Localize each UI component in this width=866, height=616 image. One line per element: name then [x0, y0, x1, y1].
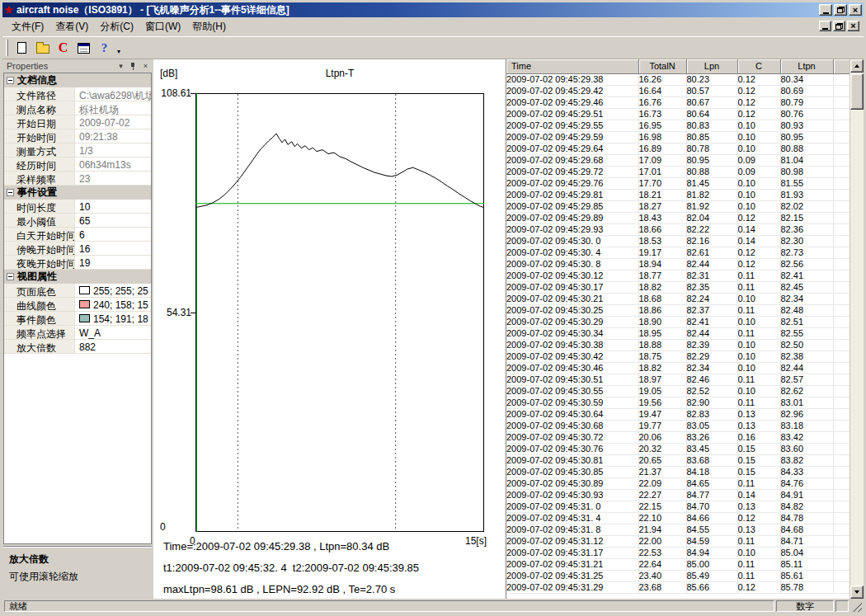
property-section-header[interactable]: 文档信息	[4, 73, 151, 87]
col-header-totaln[interactable]: TotalN	[638, 59, 686, 73]
titlebar[interactable]: aircraft noise（ISO3891） - [飞机噪声分析1--事件5详…	[2, 2, 864, 17]
table-row[interactable]: 2009-07-02 09:45:29.5116.7380.640.1280.7…	[506, 108, 850, 120]
menu-help[interactable]: 帮助(H)	[186, 17, 232, 36]
table-row[interactable]: 2009-07-02 09:45:31.1722.5384.940.1085.0…	[506, 547, 850, 558]
table-row[interactable]: 2009-07-02 09:45:30.4618.8282.340.1082.4…	[506, 362, 850, 374]
table-row[interactable]: 2009-07-02 09:45:30.5118.9782.460.1182.5…	[506, 374, 850, 385]
table-row[interactable]: 2009-07-02 09:45:30.3818.8882.390.1082.5…	[506, 339, 850, 350]
property-value[interactable]: C:\awa6298\机场	[75, 87, 151, 101]
scroll-up-button[interactable]	[850, 59, 864, 73]
property-value[interactable]: 6	[75, 228, 151, 241]
property-value[interactable]: 1/3	[75, 143, 151, 157]
table-row[interactable]: 2009-07-02 09:45:30.1218.7782.310.1182.4…	[506, 270, 850, 281]
table-row[interactable]: 2009-07-02 09:45:29.6817.0980.950.0981.0…	[506, 154, 850, 166]
property-value[interactable]: 65	[75, 214, 151, 227]
vertical-scrollbar[interactable]	[850, 59, 864, 599]
property-value[interactable]: 16	[75, 242, 151, 255]
table-row[interactable]: 2009-07-02 09:45:31.2523.4085.490.1185.6…	[506, 570, 850, 581]
table-row[interactable]: 2009-07-02 09:45:30. 419.1782.610.1282.7…	[506, 247, 850, 258]
table-row[interactable]: 2009-07-02 09:45:31.2923.6885.660.1285.7…	[506, 581, 850, 593]
table-row[interactable]: 2009-07-02 09:45:29.8918.4382.040.1282.1…	[506, 212, 850, 223]
property-value[interactable]: 882	[75, 340, 151, 353]
collapse-minus-icon[interactable]	[7, 189, 14, 196]
table-row[interactable]: 2009-07-02 09:45:30.1718.8282.350.1182.4…	[506, 281, 850, 293]
panel-pin-icon[interactable]	[128, 61, 139, 71]
table-row[interactable]: 2009-07-02 09:45:29.5516.9580.830.1080.9…	[506, 120, 850, 131]
table-row[interactable]: 2009-07-02 09:45:31. 422.1084.660.1284.7…	[506, 512, 850, 524]
menu-analysis[interactable]: 分析(C)	[94, 17, 139, 36]
property-section-header[interactable]: 事件设置	[4, 186, 151, 200]
table-row[interactable]: 2009-07-02 09:45:30.9322.2784.770.1484.9…	[506, 489, 850, 501]
property-value[interactable]: 10	[75, 200, 151, 213]
open-file-button[interactable]	[32, 38, 53, 58]
property-value[interactable]: 09:21:38	[75, 129, 151, 143]
property-value[interactable]: 栎社机场	[75, 101, 151, 115]
property-value[interactable]: 255; 255; 25	[75, 284, 151, 297]
collapse-minus-icon[interactable]	[7, 273, 14, 280]
table-row[interactable]: 2009-07-02 09:45:31.2122.6485.000.1185.1…	[506, 558, 850, 570]
table-row[interactable]: 2009-07-02 09:45:30.8521.3784.180.1584.3…	[506, 466, 850, 477]
table-row[interactable]: 2009-07-02 09:45:30.2918.9082.410.1082.5…	[506, 316, 850, 327]
properties-button[interactable]	[73, 38, 94, 58]
table-row[interactable]: 2009-07-02 09:45:30.5519.0582.520.1082.6…	[506, 385, 850, 397]
property-value[interactable]: 2009-07-02	[75, 115, 151, 129]
table-row[interactable]: 2009-07-02 09:45:30.8120.6583.680.1583.8…	[506, 454, 850, 466]
mdi-restore-button[interactable]	[833, 21, 845, 31]
property-value[interactable]: 240; 158; 15	[75, 298, 151, 311]
table-row[interactable]: 2009-07-02 09:45:30.5919.5682.900.1183.0…	[506, 397, 850, 408]
table-row[interactable]: 2009-07-02 09:45:30. 818.9482.440.1282.5…	[506, 258, 850, 270]
help-button[interactable]: ?	[94, 38, 115, 58]
table-row[interactable]: 2009-07-02 09:45:30.4218.7582.290.1082.3…	[506, 350, 850, 362]
mdi-minimize-button[interactable]	[819, 21, 831, 31]
table-row[interactable]: 2009-07-02 09:45:29.8118.2181.820.1081.9…	[506, 189, 850, 200]
table-row[interactable]: 2009-07-02 09:45:29.5916.9880.850.1080.9…	[506, 131, 850, 143]
table-row[interactable]: 2009-07-02 09:45:29.7217.0180.880.0980.9…	[506, 166, 850, 177]
new-document-button[interactable]	[12, 38, 32, 58]
scroll-down-button[interactable]	[850, 585, 864, 599]
table-row[interactable]: 2009-07-02 09:45:29.4616.7680.670.1280.7…	[506, 96, 850, 108]
table-row[interactable]: 2009-07-02 09:45:30.8922.0984.650.1184.7…	[506, 477, 850, 489]
table-row[interactable]: 2009-07-02 09:45:30.3418.9582.440.1182.5…	[506, 327, 850, 339]
toolbar-gripper[interactable]	[6, 40, 8, 56]
col-header-c[interactable]: C	[737, 59, 780, 73]
col-header-ltpn[interactable]: Ltpn	[780, 59, 833, 73]
table-row[interactable]: 2009-07-02 09:45:30. 018.5382.160.1482.3…	[506, 235, 850, 247]
menu-file[interactable]: 文件(F)	[6, 17, 49, 36]
table-row[interactable]: 2009-07-02 09:45:30.7620.3283.450.1583.6…	[506, 443, 850, 454]
restore-button[interactable]	[834, 4, 847, 16]
c-weighting-button[interactable]: C	[53, 38, 73, 58]
table-row[interactable]: 2009-07-02 09:45:29.7617.7081.450.1081.5…	[506, 177, 850, 189]
minimize-button[interactable]	[819, 4, 832, 16]
table-row[interactable]: 2009-07-02 09:45:30.7220.0683.260.1683.4…	[506, 431, 850, 443]
property-section-header[interactable]: 视图属性	[4, 270, 151, 284]
chart-plot[interactable]	[195, 93, 484, 532]
panel-close-icon[interactable]: ×	[140, 61, 151, 71]
table-row[interactable]: 2009-07-02 09:45:31. 821.9484.550.1384.6…	[506, 524, 850, 535]
toolbar-overflow-button[interactable]: ▾	[117, 48, 120, 57]
table-row[interactable]: 2009-07-02 09:45:29.8518.2781.920.1082.0…	[506, 200, 850, 212]
property-value[interactable]: 23	[75, 172, 151, 185]
property-value[interactable]: 06h34m13s	[75, 158, 151, 171]
col-header-time[interactable]: Time	[506, 59, 638, 73]
col-header-lpn[interactable]: Lpn	[686, 59, 737, 73]
table-row[interactable]: 2009-07-02 09:45:29.9318.6682.220.1482.3…	[506, 223, 850, 235]
menu-view[interactable]: 查看(V)	[49, 17, 94, 36]
scrollbar-thumb[interactable]	[850, 73, 864, 110]
panel-menu-chevron-icon[interactable]: ▾	[115, 61, 126, 71]
menu-window[interactable]: 窗口(W)	[139, 17, 186, 36]
collapse-minus-icon[interactable]	[7, 77, 14, 84]
table-row[interactable]: 2009-07-02 09:45:29.6416.8980.780.1080.8…	[506, 143, 850, 154]
property-value[interactable]: W_A	[75, 326, 151, 339]
property-value[interactable]: 19	[75, 256, 151, 269]
table-row[interactable]: 2009-07-02 09:45:30.2518.8682.370.1182.4…	[506, 304, 850, 316]
table-row[interactable]: 2009-07-02 09:45:30.6419.4782.830.1382.9…	[506, 408, 850, 420]
resize-grip[interactable]	[850, 600, 862, 612]
close-button[interactable]: ×	[849, 4, 862, 16]
table-row[interactable]: 2009-07-02 09:45:30.6819.7783.050.1383.1…	[506, 420, 850, 431]
table-row[interactable]: 2009-07-02 09:45:29.4216.6480.570.1280.6…	[506, 85, 850, 96]
table-row[interactable]: 2009-07-02 09:45:30.2118.6882.240.1082.3…	[506, 293, 850, 304]
property-value[interactable]: 154; 191; 18	[75, 312, 151, 325]
mdi-close-button[interactable]: ×	[847, 21, 859, 31]
table-row[interactable]: 2009-07-02 09:45:31.1222.0084.590.1184.7…	[506, 535, 850, 547]
table-row[interactable]: 2009-07-02 09:45:29.3816.2680.230.1280.3…	[506, 73, 850, 85]
